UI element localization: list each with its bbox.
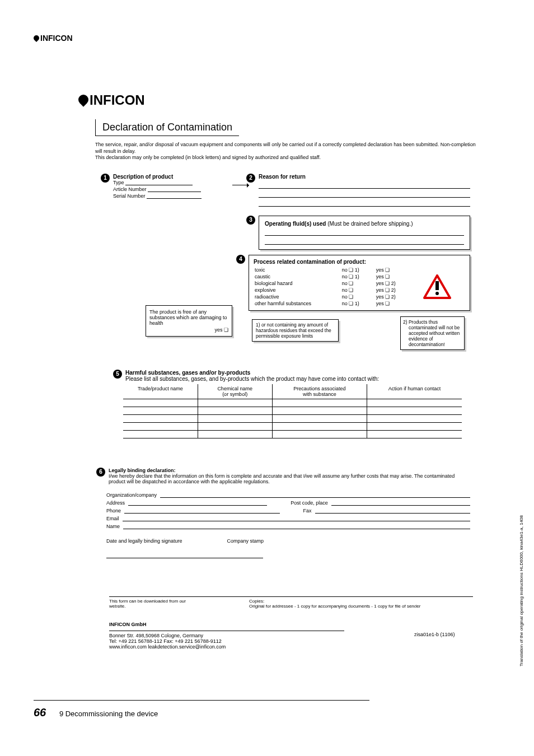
phone-label: Phone xyxy=(106,508,121,514)
post-input[interactable] xyxy=(331,499,470,506)
contamination-table: toxicno ❏ 1)yes ❏ causticno ❏ 1)yes ❏ bi… xyxy=(254,267,465,307)
reason-line-2[interactable] xyxy=(259,191,470,198)
section-4-number: 4 xyxy=(236,255,245,264)
section-4: 4 Process related contamination of produ… xyxy=(246,255,470,311)
fax-input[interactable] xyxy=(315,507,470,514)
form-footer-note: This form can be downloaded from our web… xyxy=(109,596,473,609)
type-input[interactable] xyxy=(125,180,193,185)
addr-label: Address xyxy=(106,500,125,506)
section-6-number: 6 xyxy=(96,468,105,477)
fluid-line-1[interactable] xyxy=(265,229,464,236)
fax-label: Fax xyxy=(303,508,312,514)
svg-rect-1 xyxy=(435,281,439,290)
section-6-text: I/we hereby declare that the information… xyxy=(109,473,470,484)
page-number: 66 xyxy=(34,706,46,718)
company-web: www.inficon.com leakdetection.service@in… xyxy=(109,644,473,650)
serial-input[interactable] xyxy=(147,193,202,199)
post-label: Post code, place xyxy=(291,500,328,506)
type-label: Type xyxy=(113,180,124,185)
article-input[interactable] xyxy=(148,186,201,192)
section-5-subtext: Please list all substances, gases, and b… xyxy=(125,376,462,382)
email-label: Email xyxy=(106,516,119,521)
org-label: Organization/company xyxy=(106,492,157,498)
name-input[interactable] xyxy=(123,522,470,529)
section-3-heading: Operating fluid(s) used xyxy=(265,221,326,227)
section-4-heading: Process related contamination of product… xyxy=(254,259,465,265)
fluid-line-2[interactable] xyxy=(265,238,464,245)
signature-line[interactable] xyxy=(106,558,263,558)
substances-table: Trade/product name Chemical name (or sym… xyxy=(123,384,462,438)
table-row[interactable] xyxy=(123,407,462,415)
table-row[interactable] xyxy=(123,431,462,438)
note-2-box: 2) Products thus contaminated will not b… xyxy=(400,316,465,350)
section-5-heading: Harmful substances, gases and/or by-prod… xyxy=(125,370,462,376)
company-name: INFICON GmbH xyxy=(109,622,473,627)
article-label: Article Number xyxy=(113,186,147,192)
reason-line-3[interactable] xyxy=(259,200,470,207)
warning-icon xyxy=(423,274,451,299)
section-2-heading: Reason for return xyxy=(259,174,470,180)
free-yes-checkbox[interactable]: yes ❏ xyxy=(149,327,228,333)
section-1-heading: Description of product xyxy=(113,174,241,180)
section-5-number: 5 xyxy=(113,370,122,379)
form-logo: INFICON xyxy=(78,92,481,108)
email-input[interactable] xyxy=(123,515,470,521)
table-row[interactable] xyxy=(123,423,462,431)
serial-label: Serial Number xyxy=(113,193,146,199)
note-1-box: 1) or not containing any amount of hazar… xyxy=(252,319,339,342)
intro-text: The service, repair, and/or disposal of … xyxy=(95,142,481,161)
org-input[interactable] xyxy=(160,491,470,498)
section-1-number: 1 xyxy=(101,174,110,183)
section-6-heading: Legally binding declaration: xyxy=(109,468,470,473)
section-1: 1 Description of product Type Article Nu… xyxy=(101,174,241,200)
table-row[interactable] xyxy=(123,415,462,423)
section-2-number: 2 xyxy=(246,174,255,183)
section-3-number: 3 xyxy=(246,216,255,225)
copies-note: Copies: Original for addressee - 1 copy … xyxy=(249,599,473,609)
stamp-label: Company stamp xyxy=(227,538,264,544)
reason-line-1[interactable] xyxy=(259,182,470,189)
section-3-note: (Must be drained before shipping.) xyxy=(327,221,413,227)
chapter-title: 9 Decommissioning the device xyxy=(59,710,158,718)
declaration-form: INFICON Declaration of Contamination The… xyxy=(78,92,481,170)
section-5: 5 Harmful substances, gases and/or by-pr… xyxy=(123,370,462,438)
brand-header: INFICON xyxy=(34,34,73,43)
download-note: This form can be downloaded from our web… xyxy=(109,599,193,609)
svg-point-2 xyxy=(435,292,439,295)
free-of-substances-box: The product is free of any substances wh… xyxy=(146,305,232,337)
signature-label: Date and legally binding signature xyxy=(106,538,182,544)
section-2: 2 Reason for return xyxy=(246,174,470,207)
section-3: 3 Operating fluid(s) used (Must be drain… xyxy=(246,216,470,250)
phone-input[interactable] xyxy=(124,507,279,514)
doc-code: zisa01e1-b (1106) xyxy=(414,632,455,637)
addr-input[interactable] xyxy=(128,499,267,506)
side-rotated-text: Translation of the original operating in… xyxy=(519,515,524,666)
page-footer: 66 9 Decommissioning the device xyxy=(34,700,369,719)
brand-name: INFICON xyxy=(40,34,73,43)
section-6: 6 Legally binding declaration: I/we here… xyxy=(106,468,470,558)
form-title: Declaration of Contamination xyxy=(95,119,239,136)
name-label: Name xyxy=(106,524,120,529)
table-row[interactable] xyxy=(123,399,462,407)
company-tel: Tel: +49 221 56788-112 Fax: +49 221 5678… xyxy=(109,638,473,644)
